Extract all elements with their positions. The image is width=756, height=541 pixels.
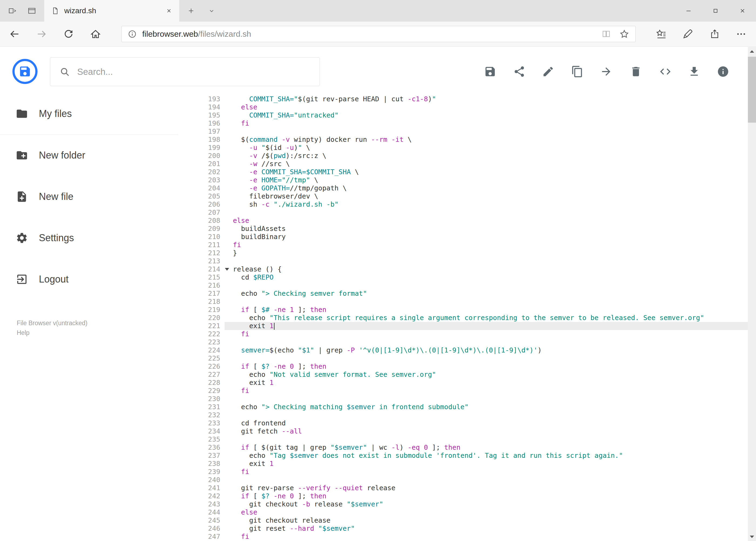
code-text[interactable] <box>225 338 748 346</box>
code-text[interactable] <box>225 297 748 306</box>
code-text[interactable]: git fetch --all <box>225 427 748 435</box>
code-text[interactable]: echo "This release script requires a sin… <box>225 314 748 322</box>
scrollbar-down-arrow[interactable] <box>748 532 756 541</box>
share-button[interactable] <box>512 64 527 79</box>
code-text[interactable]: fi <box>225 330 748 338</box>
tab-preview-button[interactable] <box>23 0 41 22</box>
code-text[interactable]: semver=$(echo "$1" | grep -P '^v(0|[1-9]… <box>225 346 748 354</box>
code-text[interactable] <box>225 476 748 484</box>
code-text[interactable]: git checkout release <box>225 516 748 525</box>
code-text[interactable]: -u "$(id -u)" \ <box>225 144 748 152</box>
code-text[interactable]: echo "> Checking matching $semver in fro… <box>225 403 748 411</box>
code-text[interactable]: if [ $(git tag | grep "$semver" | wc -l)… <box>225 443 748 452</box>
fold-arrow-icon[interactable] <box>225 268 229 270</box>
tab-list-button[interactable] <box>203 0 220 22</box>
code-text[interactable] <box>225 411 748 419</box>
hub-favorites-button[interactable] <box>653 22 669 46</box>
minimize-button[interactable] <box>675 0 702 22</box>
info-button[interactable] <box>715 64 731 79</box>
code-editor[interactable]: 193 COMMIT_SHA="$(git rev-parse HEAD | c… <box>178 90 748 541</box>
code-text[interactable]: if [ $# -ne 1 ]; then <box>225 306 748 314</box>
code-text[interactable]: buildBinary <box>225 233 748 241</box>
search-box[interactable] <box>50 57 320 86</box>
sidebar-item-new-folder[interactable]: New folder <box>0 135 178 176</box>
code-text[interactable]: sh -c "./wizard.sh -b" <box>225 201 748 209</box>
code-text[interactable]: -e COMMIT_SHA=$COMMIT_SHA \ <box>225 168 748 176</box>
code-text[interactable]: fi <box>225 387 748 395</box>
more-menu-button[interactable] <box>733 22 749 46</box>
code-text[interactable]: -e HOME="//tmp" \ <box>225 176 748 184</box>
rename-button[interactable] <box>541 64 556 79</box>
maximize-button[interactable] <box>702 0 729 22</box>
code-text[interactable] <box>225 128 748 136</box>
code-text[interactable]: echo "Not valid semver format. See semve… <box>225 370 748 379</box>
code-text[interactable]: echo "Tag $semver does not exist in subm… <box>225 452 748 460</box>
code-text[interactable]: else <box>225 508 748 516</box>
code-text[interactable]: if [ $? -ne 0 ]; then <box>225 492 748 500</box>
web-notes-button[interactable] <box>680 22 696 46</box>
code-line: 226 if [ $? -ne 0 ]; then <box>178 362 748 370</box>
share-page-button[interactable] <box>707 22 723 46</box>
refresh-button[interactable] <box>60 22 77 46</box>
sidebar-item-settings[interactable]: Settings <box>0 217 178 259</box>
close-window-button[interactable] <box>729 0 756 22</box>
set-aside-tabs-button[interactable] <box>4 0 21 22</box>
copy-button[interactable] <box>570 64 585 79</box>
code-text[interactable]: fi <box>225 468 748 476</box>
code-text[interactable] <box>225 435 748 443</box>
code-text[interactable]: fi <box>225 533 748 541</box>
scrollbar-thumb[interactable] <box>748 57 756 123</box>
code-text[interactable]: exit 1 <box>225 322 748 330</box>
code-text[interactable]: git checkout -b release "$semver" <box>225 500 748 508</box>
code-text[interactable]: cd $REPO <box>225 273 748 281</box>
sidebar-item-my-files[interactable]: My files <box>0 93 178 135</box>
code-text[interactable]: } <box>225 249 748 257</box>
code-text[interactable] <box>225 257 748 265</box>
code-text[interactable]: git rev-parse --verify --quiet release <box>225 484 748 492</box>
code-text[interactable]: filebrowser/dev \ <box>225 192 748 201</box>
code-text[interactable]: git reset --hard "$semver" <box>225 525 748 533</box>
new-tab-button[interactable] <box>182 0 200 22</box>
code-text[interactable]: exit 1 <box>225 379 748 387</box>
code-text[interactable] <box>225 395 748 403</box>
code-text[interactable] <box>225 209 748 217</box>
code-text[interactable]: $(command -v winpty) docker run --rm -it… <box>225 136 748 144</box>
help-link[interactable]: Help <box>17 328 88 337</box>
search-input[interactable] <box>77 67 320 77</box>
address-bar[interactable]: filebrowser.web/files/wizard.sh <box>122 26 635 42</box>
code-text[interactable]: if [ $? -ne 0 ]; then <box>225 362 748 370</box>
code-text[interactable]: exit 1 <box>225 460 748 468</box>
browser-tab[interactable]: wizard.sh <box>44 0 179 22</box>
delete-button[interactable] <box>629 64 643 79</box>
filebrowser-logo[interactable] <box>12 58 38 85</box>
page-scrollbar[interactable] <box>748 47 756 541</box>
code-text[interactable]: cd frontend <box>225 419 748 427</box>
code-text[interactable]: buildAssets <box>225 225 748 233</box>
code-text[interactable]: -v /$(pwd):/src:z \ <box>225 152 748 160</box>
code-view-button[interactable] <box>658 64 673 79</box>
back-button[interactable] <box>6 22 23 46</box>
code-text[interactable]: echo "> Checking semver format" <box>225 289 748 297</box>
site-info-icon[interactable] <box>127 29 137 39</box>
sidebar-item-new-file[interactable]: New file <box>0 176 178 217</box>
code-text[interactable]: release () { <box>225 265 748 273</box>
favorite-star-icon[interactable] <box>619 29 630 39</box>
code-text[interactable]: else <box>225 217 748 225</box>
download-button[interactable] <box>687 64 702 79</box>
forward-arrow-icon <box>36 29 47 39</box>
code-text[interactable] <box>225 354 748 362</box>
save-button[interactable] <box>483 64 498 79</box>
home-button[interactable] <box>87 22 104 46</box>
code-text[interactable]: COMMIT_SHA="untracked" <box>225 111 748 119</box>
code-text[interactable] <box>225 281 748 289</box>
tab-close-button[interactable] <box>162 4 176 18</box>
code-text[interactable]: fi <box>225 241 748 249</box>
move-button[interactable] <box>599 64 614 79</box>
code-text[interactable]: -w //src \ <box>225 160 748 168</box>
code-text[interactable]: COMMIT_SHA="$(git rev-parse HEAD | cut -… <box>225 95 748 103</box>
code-text[interactable]: -e GOPATH=//tmp/gopath \ <box>225 184 748 192</box>
sidebar-item-logout[interactable]: Logout <box>0 259 178 300</box>
scrollbar-up-arrow[interactable] <box>748 47 756 56</box>
code-text[interactable]: else <box>225 103 748 111</box>
code-text[interactable]: fi <box>225 119 748 128</box>
